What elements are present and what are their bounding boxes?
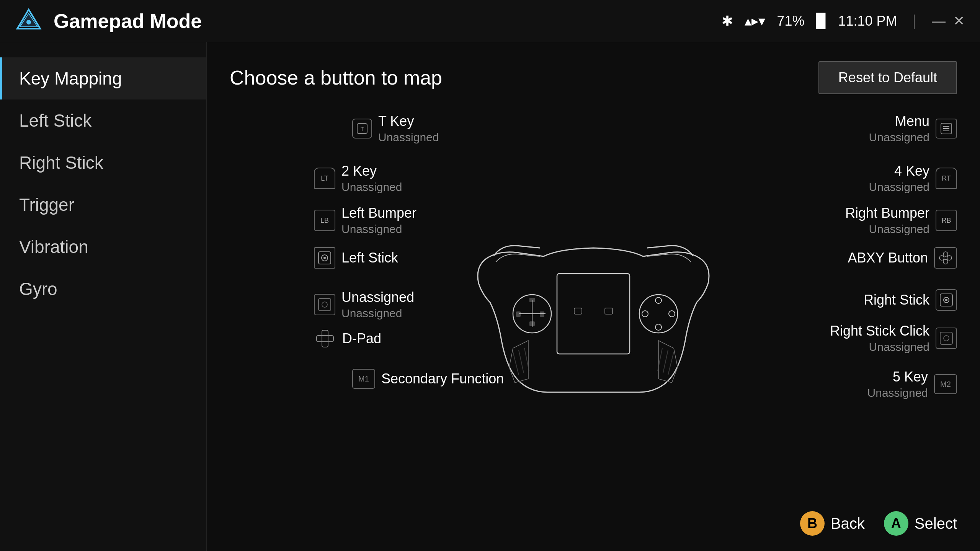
lb-icon: LB (314, 210, 335, 231)
reset-to-default-button[interactable]: Reset to Default (818, 61, 957, 94)
svg-rect-25 (557, 274, 630, 354)
svg-point-36 (642, 311, 648, 317)
svg-rect-38 (574, 308, 582, 314)
dpad-text: D-Pad (342, 331, 381, 347)
svg-line-41 (519, 350, 524, 373)
svg-point-37 (669, 311, 675, 317)
title-left: Gamepad Mode (15, 8, 202, 34)
svg-line-44 (663, 350, 668, 373)
svg-point-20 (945, 299, 947, 301)
current-time: 11:10 PM (838, 13, 897, 29)
rb-icon: RB (936, 210, 957, 231)
sidebar-item-gyro[interactable]: Gyro (0, 268, 206, 310)
left-stick-label[interactable]: Left Stick (314, 247, 398, 269)
key4-label[interactable]: RT 4 Key Unassigned (869, 163, 957, 194)
back-action[interactable]: B Back (800, 511, 865, 536)
t-key-text: T Key Unassigned (378, 113, 439, 144)
t-key-icon: T (352, 119, 372, 139)
divider: | (913, 12, 916, 29)
svg-rect-22 (317, 336, 333, 342)
right-stick-click-text: Right Stick Click Unassigned (830, 323, 929, 354)
svg-rect-30 (529, 321, 535, 326)
select-action[interactable]: A Select (884, 511, 957, 536)
left-bumper-label[interactable]: LB Left Bumper Unassigned (314, 205, 416, 236)
sidebar-item-key-mapping[interactable]: Key Mapping (0, 57, 206, 99)
sidebar-item-right-stick[interactable]: Right Stick (0, 142, 206, 184)
svg-rect-29 (529, 298, 535, 302)
svg-rect-21 (322, 330, 328, 347)
key2-text: 2 Key Unassigned (341, 163, 402, 194)
select-label: Select (915, 515, 957, 532)
minimize-button[interactable]: — (932, 13, 946, 29)
content-header: Choose a button to map Reset to Default (230, 61, 957, 94)
rt-icon: RT (936, 168, 957, 189)
battery-level: 71% (777, 13, 804, 29)
svg-line-40 (513, 352, 519, 375)
sidebar: Key Mapping Left Stick Right Stick Trigg… (0, 42, 207, 551)
right-stick-click-label[interactable]: Right Stick Click Unassigned (830, 323, 957, 354)
svg-text:T: T (361, 126, 364, 132)
svg-rect-32 (540, 311, 544, 317)
main-layout: Key Mapping Left Stick Right Stick Trigg… (0, 42, 980, 551)
right-stick-label[interactable]: Right Stick (864, 289, 957, 311)
controller-image (459, 233, 727, 394)
right-bumper-label[interactable]: RB Right Bumper Unassigned (845, 205, 957, 236)
svg-point-12 (943, 252, 948, 256)
sidebar-item-vibration[interactable]: Vibration (0, 226, 206, 268)
svg-point-33 (639, 295, 678, 333)
left-stick-text: Left Stick (341, 250, 398, 266)
svg-line-43 (668, 352, 674, 375)
svg-rect-31 (516, 311, 521, 317)
title-right: ✱ ▴▸▾ 71% ▉ 11:10 PM | — ✕ (722, 12, 965, 29)
close-button[interactable]: ✕ (953, 13, 965, 29)
svg-point-35 (655, 324, 662, 330)
sidebar-item-trigger[interactable]: Trigger (0, 184, 206, 226)
sidebar-item-left-stick[interactable]: Left Stick (0, 99, 206, 142)
bluetooth-icon: ✱ (722, 13, 733, 29)
key5-label[interactable]: M2 5 Key Unassigned (867, 369, 957, 399)
a-button[interactable]: A (884, 511, 908, 536)
unassigned-left-label[interactable]: Unassigned Unassigned (314, 289, 414, 320)
svg-point-34 (655, 297, 662, 303)
right-bumper-text: Right Bumper Unassigned (845, 205, 929, 236)
menu-icon (936, 119, 957, 139)
svg-point-14 (947, 256, 952, 260)
svg-point-13 (939, 256, 944, 260)
title-bar: Gamepad Mode ✱ ▴▸▾ 71% ▉ 11:10 PM | — ✕ (0, 0, 980, 42)
left-stick-icon (314, 247, 335, 269)
content-area: Choose a button to map Reset to Default … (207, 42, 980, 551)
abxy-text: ABXY Button (848, 250, 928, 266)
left-bumper-text: Left Bumper Unassigned (341, 205, 416, 236)
svg-point-2 (26, 20, 31, 24)
svg-rect-16 (318, 298, 331, 311)
lt-icon: LT (314, 168, 335, 189)
t-key-label[interactable]: T T Key Unassigned (352, 113, 439, 144)
m2-icon: M2 (934, 374, 957, 394)
abxy-label[interactable]: ABXY Button (848, 247, 957, 269)
content-title: Choose a button to map (230, 66, 442, 89)
svg-point-24 (944, 336, 949, 341)
svg-point-11 (323, 257, 326, 259)
unassigned-left-text: Unassigned Unassigned (341, 289, 414, 320)
app-logo (15, 8, 42, 34)
key4-text: 4 Key Unassigned (869, 163, 929, 194)
svg-point-15 (943, 259, 948, 264)
menu-text: Menu Unassigned (869, 113, 929, 144)
menu-label[interactable]: Menu Unassigned (869, 113, 957, 144)
m1-icon: M1 (352, 369, 375, 389)
battery-icon: ▉ (816, 13, 827, 29)
right-stick-click-icon (936, 328, 957, 349)
svg-rect-39 (605, 308, 612, 314)
svg-point-17 (322, 302, 327, 307)
wifi-icon: ▴▸▾ (745, 13, 765, 29)
window-controls[interactable]: — ✕ (932, 13, 965, 29)
dpad-label[interactable]: D-Pad (314, 328, 381, 350)
controller-layout: T T Key Unassigned Menu Unassigned (230, 113, 957, 530)
right-stick-text: Right Stick (864, 292, 929, 308)
key2-label[interactable]: LT 2 Key Unassigned (314, 163, 402, 194)
bottom-bar: B Back A Select (800, 511, 957, 536)
unassigned-left-icon (314, 294, 335, 315)
key5-text: 5 Key Unassigned (867, 369, 928, 399)
svg-rect-23 (940, 332, 952, 344)
b-button[interactable]: B (800, 511, 825, 536)
